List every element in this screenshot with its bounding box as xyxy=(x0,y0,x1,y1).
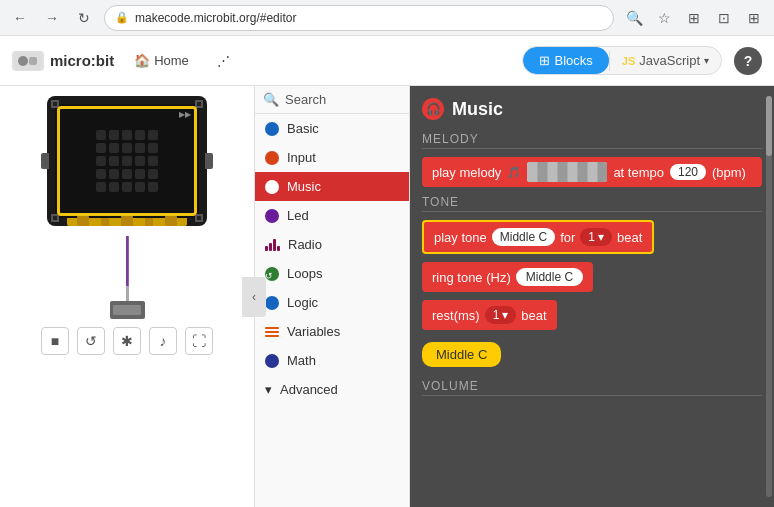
music-title-icon: 🎧 xyxy=(422,98,444,120)
middle-c-standalone-label: Middle C xyxy=(436,347,487,362)
play-melody-block[interactable]: play melody 🎵 at tempo 120 (bpm) xyxy=(422,157,762,187)
logo-icon xyxy=(12,51,44,71)
simulator-panel: ▶▶ ■ ↺ ✱ ♪ ⛶ xyxy=(0,86,255,507)
sidebar-item-logic[interactable]: Logic xyxy=(255,288,409,317)
sidebar-item-math[interactable]: Math xyxy=(255,346,409,375)
sidebar-item-variables[interactable]: Variables xyxy=(255,317,409,346)
rest-beat-dropdown[interactable]: 1 ▾ xyxy=(485,306,517,324)
music-note-icon: 🎵 xyxy=(507,166,521,179)
panel-title-text: Music xyxy=(452,99,503,120)
browser-ext1-btn[interactable]: ⊞ xyxy=(682,6,706,30)
search-label: Search xyxy=(285,92,326,107)
play-tone-block[interactable]: play tone Middle C for 1 ▾ beat xyxy=(422,220,654,254)
music-label: Music xyxy=(287,179,321,194)
ring-tone-block-row: ring tone (Hz) Middle C xyxy=(422,262,762,292)
logic-icon xyxy=(265,296,279,310)
sim-controls: ■ ↺ ✱ ♪ ⛶ xyxy=(41,327,213,355)
ring-note-pill[interactable]: Middle C xyxy=(516,268,583,286)
microbit-logo: micro:bit xyxy=(12,51,114,71)
basic-label: Basic xyxy=(287,121,319,136)
melody-input[interactable] xyxy=(527,162,607,182)
url-bar[interactable]: 🔒 makecode.microbit.org/#editor xyxy=(104,5,614,31)
help-label: ? xyxy=(744,53,753,69)
sidebar-item-loops[interactable]: ↺ Loops xyxy=(255,259,409,288)
math-icon xyxy=(265,354,279,368)
home-label: Home xyxy=(154,53,189,68)
rest-value: 1 xyxy=(493,308,500,322)
play-tone-label: play tone xyxy=(434,230,487,245)
rest-label: rest(ms) xyxy=(432,308,480,323)
tempo-value: 120 xyxy=(678,165,698,179)
browser-search-btn[interactable]: 🔍 xyxy=(622,6,646,30)
javascript-label: JavaScript xyxy=(639,53,700,68)
blocks-icon: ⊞ xyxy=(539,53,550,68)
rest-beat-label: beat xyxy=(521,308,546,323)
blocks-editor-panel: 🎧 Music Melody play melody 🎵 at tem xyxy=(410,86,774,507)
sidebar-item-radio[interactable]: Radio xyxy=(255,230,409,259)
rest-block[interactable]: rest(ms) 1 ▾ beat xyxy=(422,300,557,330)
browser-ext3-btn[interactable]: ⊞ xyxy=(742,6,766,30)
tone-middle-c: Middle C xyxy=(500,230,547,244)
advanced-label: Advanced xyxy=(280,382,338,397)
sidebar-item-led[interactable]: Led xyxy=(255,201,409,230)
sidebar-item-basic[interactable]: Basic xyxy=(255,114,409,143)
back-button[interactable]: ← xyxy=(8,6,32,30)
settings-button[interactable]: ✱ xyxy=(113,327,141,355)
home-button[interactable]: 🏠 Home xyxy=(126,49,197,72)
ring-middle-c: Middle C xyxy=(526,270,573,284)
sidebar-item-music[interactable]: Music xyxy=(255,172,409,201)
input-icon xyxy=(265,151,279,165)
collapse-button[interactable]: ‹ xyxy=(242,277,266,317)
refresh-button[interactable]: ↻ xyxy=(72,6,96,30)
music-icon xyxy=(265,180,279,194)
led-icon xyxy=(265,209,279,223)
javascript-toggle-btn[interactable]: JS JavaScript ▾ xyxy=(610,47,721,74)
tempo-input[interactable]: 120 xyxy=(670,164,706,180)
fullscreen-button[interactable]: ⛶ xyxy=(185,327,213,355)
sidebar-item-advanced[interactable]: ▾ Advanced xyxy=(255,375,409,404)
middle-c-block-row: Middle C xyxy=(422,338,762,371)
home-icon: 🏠 xyxy=(134,53,150,68)
middle-c-standalone-block[interactable]: Middle C xyxy=(422,342,501,367)
browser-actions: 🔍 ☆ ⊞ ⊡ ⊞ xyxy=(622,6,766,30)
radio-label: Radio xyxy=(288,237,322,252)
blocks-label: Blocks xyxy=(555,53,593,68)
mode-toggle: ⊞ Blocks JS JavaScript ▾ xyxy=(522,46,722,75)
sidebar-item-input[interactable]: Input xyxy=(255,143,409,172)
share-icon: ⋰ xyxy=(217,53,230,68)
help-button[interactable]: ? xyxy=(734,47,762,75)
restart-button[interactable]: ↺ xyxy=(77,327,105,355)
microbit-device: ▶▶ xyxy=(47,96,207,226)
svg-point-1 xyxy=(18,56,28,66)
blocks-toggle-btn[interactable]: ⊞ Blocks xyxy=(523,47,609,74)
ring-tone-block[interactable]: ring tone (Hz) Middle C xyxy=(422,262,593,292)
beat-dropdown[interactable]: 1 ▾ xyxy=(580,228,612,246)
variables-label: Variables xyxy=(287,324,340,339)
beat-label: beat xyxy=(617,230,642,245)
volume-section-label: Volume xyxy=(422,379,762,396)
forward-button[interactable]: → xyxy=(40,6,64,30)
search-icon: 🔍 xyxy=(263,92,279,107)
basic-icon xyxy=(265,122,279,136)
for-label: for xyxy=(560,230,575,245)
loops-icon: ↺ xyxy=(265,267,279,281)
browser-ext2-btn[interactable]: ⊡ xyxy=(712,6,736,30)
search-row: 🔍 Search xyxy=(255,86,409,114)
stop-button[interactable]: ■ xyxy=(41,327,69,355)
url-text: makecode.microbit.org/#editor xyxy=(135,11,296,25)
play-melody-label: play melody xyxy=(432,165,501,180)
play-melody-block-row: play melody 🎵 at tempo 120 (bpm) xyxy=(422,157,762,187)
scrollbar-thumb[interactable] xyxy=(766,96,772,156)
svg-rect-2 xyxy=(29,57,37,65)
beat-value: 1 xyxy=(588,230,595,244)
loops-label: Loops xyxy=(287,266,322,281)
audio-button[interactable]: ♪ xyxy=(149,327,177,355)
led-label: Led xyxy=(287,208,309,223)
chevron-icon: ▾ xyxy=(265,382,272,397)
scrollbar-track xyxy=(766,96,772,497)
tone-note-pill[interactable]: Middle C xyxy=(492,228,555,246)
chevron-down-icon-rest: ▾ xyxy=(502,308,508,322)
main-content: ▶▶ ■ ↺ ✱ ♪ ⛶ xyxy=(0,86,774,507)
share-button[interactable]: ⋰ xyxy=(209,49,238,72)
browser-star-btn[interactable]: ☆ xyxy=(652,6,676,30)
